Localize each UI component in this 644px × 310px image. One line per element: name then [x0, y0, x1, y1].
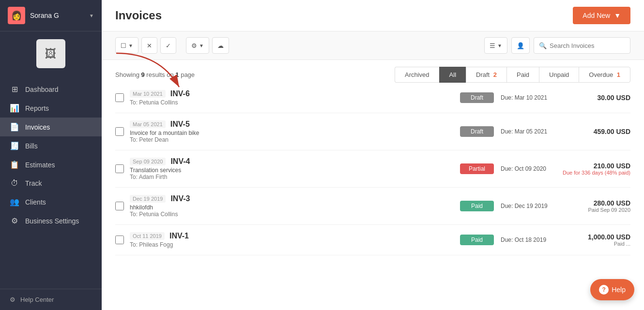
filter-tab-archived[interactable]: Archived: [395, 67, 439, 83]
cloud-icon: ☁: [217, 42, 224, 49]
chevron-down-icon: ▼: [89, 13, 94, 18]
invoice-status-area-INV-3: Paid Due: Dec 19 2019: [460, 201, 557, 211]
table-row[interactable]: Sep 09 2020 INV-4 Translation services T…: [115, 150, 630, 188]
invoice-due-INV-5: Due: Mar 05 2021: [501, 128, 547, 135]
invoice-amount-secondary-INV-1: Paid ...: [563, 241, 630, 247]
sidebar-item-track[interactable]: ⏱Track: [0, 174, 102, 192]
invoice-amount-INV-6: 30.00 USD: [563, 94, 630, 102]
table-row[interactable]: Mar 10 2021 INV-6 To: Petunia Collins Dr…: [115, 83, 630, 113]
brand-logo-area: 🖼: [0, 31, 102, 76]
filter-tab-paid[interactable]: Paid: [506, 67, 539, 83]
chevron-small-icon: ▼: [128, 43, 133, 48]
filter-tab-all[interactable]: All: [439, 67, 466, 83]
help-center-link[interactable]: ⚙ Help Center: [0, 289, 102, 310]
invoice-status-area-INV-5: Draft Due: Mar 05 2021: [460, 126, 557, 137]
sidebar-item-business-settings[interactable]: ⚙Business Settings: [0, 211, 102, 230]
invoice-id-INV-1: INV-1: [169, 232, 189, 240]
invoice-amount-area-INV-4: 210.00 USD Due for 336 days (48% paid): [563, 162, 630, 176]
filter-tab-draft[interactable]: Draft 2: [466, 67, 506, 83]
toolbar: ☐ ▼ ✕ ✓ ⚙ ▼ ☁ ☰ ▼ 👤 🔍: [102, 31, 644, 60]
invoice-checkbox-INV-3[interactable]: [115, 202, 124, 210]
invoice-date-INV-4: Sep 09 2020: [130, 158, 166, 165]
invoice-recipient-INV-5: To: Peter Dean: [130, 136, 454, 143]
avatar: 👩: [8, 7, 25, 24]
checkbox-select-button[interactable]: ☐ ▼: [115, 37, 138, 54]
results-pages: 1: [175, 71, 179, 78]
sidebar-item-dashboard[interactable]: ⊞Dashboard: [0, 80, 102, 99]
invoice-checkbox-INV-5[interactable]: [115, 127, 124, 136]
showing-results-text: Showing 9 results on 1 page: [115, 71, 195, 78]
nav-icon-dashboard: ⊞: [10, 85, 19, 94]
invoice-content-INV-1: Oct 11 2019 INV-1 To: Phileas Fogg: [130, 232, 454, 248]
confirm-button[interactable]: ✓: [160, 37, 176, 54]
sidebar-item-bills[interactable]: 🧾Bills: [0, 136, 102, 155]
invoice-amount-INV-3: 280.00 USD: [563, 199, 630, 207]
gear-icon: ⚙: [10, 296, 15, 303]
status-badge-INV-5: Draft: [460, 126, 494, 137]
sidebar-item-label-dashboard: Dashboard: [25, 86, 59, 93]
invoice-desc-INV-5: Invoice for a mountain bike: [130, 130, 454, 136]
help-label: Help: [612, 286, 626, 294]
results-filter-row: Showing 9 results on 1 page ArchivedAllD…: [102, 60, 644, 83]
filter-tab-overdue[interactable]: Overdue 1: [579, 67, 630, 83]
list-view-button[interactable]: ☰ ▼: [484, 37, 507, 54]
settings-button[interactable]: ⚙ ▼: [186, 37, 209, 54]
nav-icon-bills: 🧾: [10, 141, 19, 150]
invoice-content-INV-5: Mar 05 2021 INV-5 Invoice for a mountain…: [130, 120, 454, 143]
search-box[interactable]: 🔍: [534, 37, 630, 54]
invoice-checkbox-INV-6[interactable]: [115, 93, 124, 102]
invoice-amount-INV-5: 459.00 USD: [563, 128, 630, 135]
checkbox-icon: ☐: [121, 42, 126, 49]
invoice-amount-area-INV-3: 280.00 USD Paid Sep 09 2020: [563, 199, 630, 213]
search-input[interactable]: [550, 42, 625, 49]
invoice-date-INV-3: Dec 19 2019: [130, 195, 166, 203]
check-icon: ✓: [166, 42, 171, 49]
chevron-down-icon: ▼: [614, 12, 621, 19]
invoice-content-INV-6: Mar 10 2021 INV-6 To: Petunia Collins: [130, 89, 454, 106]
sidebar-item-clients[interactable]: 👥Clients: [0, 192, 102, 211]
chevron-small-icon: ▼: [497, 43, 502, 48]
invoice-id-INV-5: INV-5: [170, 120, 190, 129]
brand-logo: 🖼: [36, 39, 65, 68]
delete-button[interactable]: ✕: [141, 37, 157, 54]
sidebar-item-estimates[interactable]: 📋Estimates: [0, 155, 102, 174]
table-row[interactable]: Dec 19 2019 INV-3 hhkilofdh To: Petunia …: [115, 188, 630, 225]
status-badge-INV-4: Partial: [460, 163, 494, 174]
nav-icon-track: ⏱: [10, 179, 19, 188]
nav-icon-clients: 👥: [10, 197, 19, 207]
filter-tabs: ArchivedAllDraft 2PaidUnpaidOverdue 1: [395, 67, 630, 83]
help-button[interactable]: ? Help: [590, 279, 634, 300]
nav-icon-invoices: 📄: [10, 122, 19, 132]
invoice-desc-INV-4: Translation services: [130, 167, 454, 174]
table-row[interactable]: Mar 05 2021 INV-5 Invoice for a mountain…: [115, 113, 630, 150]
filter-tab-unpaid[interactable]: Unpaid: [539, 67, 579, 83]
invoice-checkbox-INV-1[interactable]: [115, 236, 124, 244]
invoice-due-INV-4: Due: Oct 09 2020: [501, 165, 546, 172]
invoice-amount-area-INV-1: 1,000.00 USD Paid ...: [563, 233, 630, 247]
add-new-button[interactable]: Add New ▼: [573, 7, 630, 24]
invoice-id-INV-3: INV-3: [170, 194, 190, 203]
invoice-amount-INV-1: 1,000.00 USD: [563, 233, 630, 241]
invoice-checkbox-INV-4[interactable]: [115, 164, 124, 173]
invoice-status-area-INV-6: Draft Due: Mar 10 2021: [460, 92, 557, 103]
sidebar-item-label-reports: Reports: [25, 104, 49, 112]
invoice-status-area-INV-1: Paid Due: Oct 18 2019: [460, 235, 557, 245]
invoice-recipient-INV-3: To: Petunia Collins: [130, 211, 454, 218]
sidebar-item-label-invoices: Invoices: [25, 123, 50, 131]
sidebar-item-invoices[interactable]: 📄Invoices: [0, 118, 102, 136]
invoice-id-INV-4: INV-4: [170, 157, 190, 166]
toolbar-right: ☰ ▼ 👤 🔍: [484, 37, 630, 54]
sidebar-item-reports[interactable]: 📊Reports: [0, 99, 102, 118]
user-menu[interactable]: 👩 Sorana G ▼: [0, 0, 102, 31]
invoice-date-INV-5: Mar 05 2021: [130, 120, 166, 128]
invoice-amount-INV-4: 210.00 USD: [563, 162, 630, 170]
status-badge-INV-6: Draft: [460, 92, 494, 103]
nav-icon-reports: 📊: [10, 103, 19, 113]
invoice-due-INV-1: Due: Oct 18 2019: [501, 236, 546, 243]
sidebar-item-label-bills: Bills: [25, 142, 38, 150]
cloud-button[interactable]: ☁: [212, 37, 229, 54]
table-row[interactable]: Oct 11 2019 INV-1 To: Phileas Fogg Paid …: [115, 225, 630, 255]
person-icon: 👤: [517, 42, 524, 49]
person-filter-button[interactable]: 👤: [511, 37, 530, 54]
invoice-content-INV-4: Sep 09 2020 INV-4 Translation services T…: [130, 157, 454, 180]
